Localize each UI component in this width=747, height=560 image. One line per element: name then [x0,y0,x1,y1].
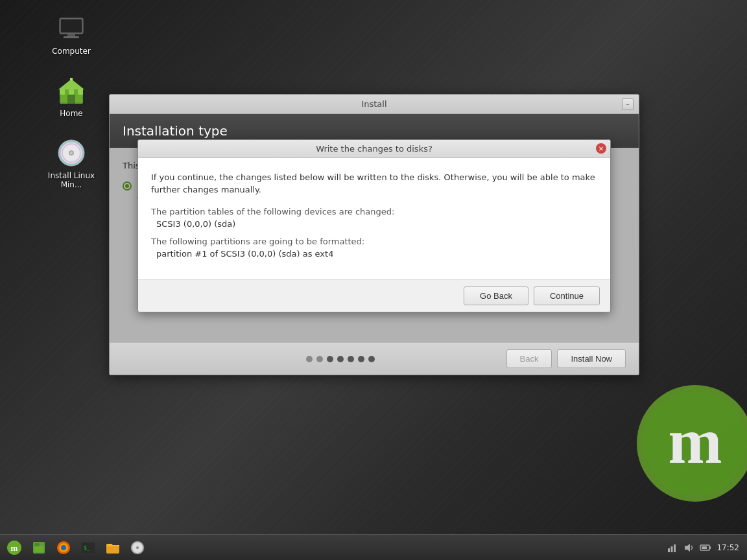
battery-icon[interactable] [700,542,711,554]
dot-7 [368,356,375,362]
dialog-overlay: Write the changes to disks? ✕ If you con… [110,148,639,342]
footer-buttons: Back Install Now [506,349,626,368]
window-title: Install [361,99,386,109]
progress-dots [174,356,506,362]
desktop-icon-computer[interactable]: Computer [45,13,97,56]
dot-5 [348,356,354,362]
svg-rect-9 [69,89,74,95]
svg-rect-25 [34,543,40,546]
dialog-close-button[interactable]: ✕ [596,143,606,154]
taskbar-clock: 17:52 [717,543,739,552]
install-page-title: Installation type [123,123,228,139]
svg-rect-1 [61,19,82,32]
taskbar-files[interactable] [27,537,51,558]
svg-rect-7 [67,95,75,104]
dot-3 [327,356,333,362]
taskbar-right: 17:52 [666,542,744,554]
svg-marker-6 [58,79,84,89]
desktop-icon-install[interactable]: Install Linux Min... [45,137,97,189]
dot-4 [337,356,344,362]
continue-button[interactable]: Continue [534,286,600,305]
desktop-icon-home[interactable]: Home [45,75,97,118]
dot-1 [306,356,313,362]
computer-label: Computer [52,47,91,56]
taskbar-dvd[interactable] [126,537,149,558]
write-changes-dialog: Write the changes to disks? ✕ If you con… [137,139,611,312]
svg-rect-2 [67,34,75,36]
dialog-titlebar: Write the changes to disks? ✕ [138,140,610,158]
back-button[interactable]: Back [506,349,552,368]
svg-point-28 [61,545,66,550]
computer-icon [56,13,87,44]
mint-logo-decoration: m [630,379,747,508]
svg-rect-37 [674,544,676,552]
taskbar-mint-menu[interactable]: m [3,537,26,558]
install-dvd-icon [56,137,87,169]
install-body: This computer currently has no detected … [110,148,639,342]
install-footer: Back Install Now [110,342,639,375]
dialog-body: If you continue, the changes listed belo… [138,158,610,280]
svg-text:$_: $_ [84,545,90,551]
partition-device: SCSI3 (0,0,0) (sda) [156,219,597,229]
svg-rect-11 [70,78,73,80]
svg-point-15 [70,152,73,154]
home-icon [56,75,87,106]
svg-rect-8 [60,89,65,95]
window-close-button[interactable]: – [622,99,634,110]
install-label: Install Linux Min... [45,171,97,189]
dialog-title: Write the changes to disks? [316,144,433,154]
dialog-footer: Go Back Continue [138,280,610,312]
svg-rect-3 [64,36,79,38]
svg-rect-35 [668,548,670,552]
install-window: Install – Installation type This compute… [109,94,639,375]
install-now-button[interactable]: Install Now [557,349,626,368]
go-back-button[interactable]: Go Back [464,286,528,305]
home-label: Home [60,109,82,118]
svg-rect-40 [709,546,711,549]
taskbar-folder[interactable] [101,537,124,558]
network-icon[interactable] [666,542,678,554]
desktop: Computer Home [0,0,747,560]
svg-rect-24 [34,546,43,552]
format-header: The following partitions are going to be… [151,237,597,246]
svg-rect-10 [78,89,83,95]
svg-text:m: m [11,543,18,553]
dialog-intro: If you continue, the changes listed belo… [151,171,597,196]
dot-2 [316,356,323,362]
svg-text:m: m [668,405,722,477]
dot-6 [358,356,364,362]
taskbar: m [0,534,747,560]
window-titlebar: Install – [110,95,639,114]
format-partition: partition #1 of SCSI3 (0,0,0) (sda) as e… [156,249,597,259]
svg-rect-36 [671,546,673,552]
svg-rect-41 [702,546,707,549]
taskbar-left: m [3,537,149,558]
window-content: Installation type This computer currentl… [110,114,639,375]
taskbar-terminal[interactable]: $_ [77,537,100,558]
desktop-icons: Computer Home [45,13,97,189]
svg-point-34 [136,546,139,549]
svg-marker-38 [685,544,690,552]
partition-header: The partition tables of the following de… [151,207,597,216]
volume-icon[interactable] [683,542,694,554]
taskbar-firefox[interactable] [52,537,75,558]
